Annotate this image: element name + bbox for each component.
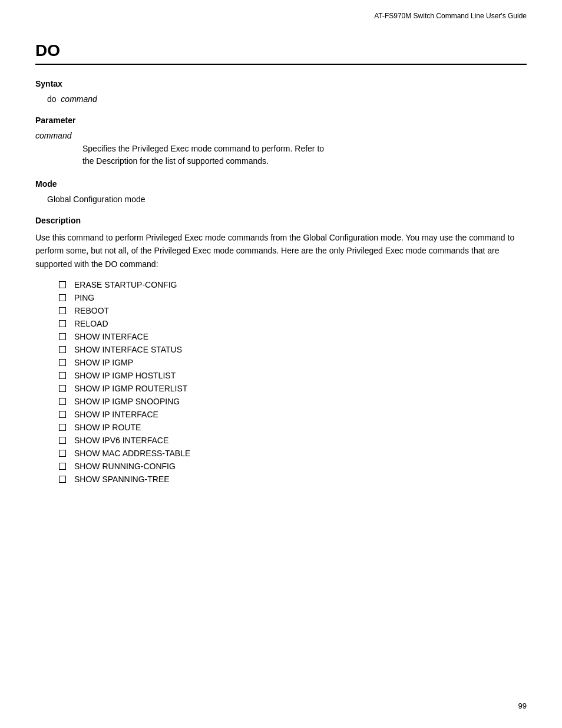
command-list: ERASE STARTUP-CONFIGPINGREBOOTRELOADSHOW…	[59, 280, 527, 484]
page-title-section: DO	[35, 41, 527, 65]
command-text: SHOW IP ROUTE	[74, 423, 141, 432]
command-text: SHOW INTERFACE STATUS	[74, 345, 182, 354]
list-bullet-icon	[59, 463, 66, 470]
command-text: SHOW IP IGMP HOSTLIST	[74, 371, 176, 380]
command-text: RELOAD	[74, 319, 108, 328]
list-item: SHOW INTERFACE	[59, 332, 527, 341]
list-bullet-icon	[59, 424, 66, 431]
list-bullet-icon	[59, 476, 66, 483]
command-text: SHOW RUNNING-CONFIG	[74, 462, 176, 471]
param-name: command	[35, 131, 527, 140]
list-item: SHOW IP IGMP	[59, 358, 527, 367]
syntax-command: command	[61, 94, 97, 104]
list-item: SHOW IP INTERFACE	[59, 410, 527, 419]
list-bullet-icon	[59, 281, 66, 288]
list-item: SHOW SPANNING-TREE	[59, 475, 527, 484]
list-item: SHOW MAC ADDRESS-TABLE	[59, 449, 527, 458]
list-bullet-icon	[59, 320, 66, 327]
syntax-heading: Syntax	[35, 79, 527, 88]
list-bullet-icon	[59, 359, 66, 366]
list-bullet-icon	[59, 450, 66, 457]
command-text: SHOW IP INTERFACE	[74, 410, 158, 419]
list-bullet-icon	[59, 411, 66, 418]
description-heading: Description	[35, 216, 527, 225]
syntax-prefix: do	[47, 94, 57, 104]
command-text: SHOW IP IGMP	[74, 358, 133, 367]
list-item: SHOW IP IGMP ROUTERLIST	[59, 384, 527, 393]
list-item: SHOW IP ROUTE	[59, 423, 527, 432]
list-bullet-icon	[59, 385, 66, 392]
command-text: SHOW MAC ADDRESS-TABLE	[74, 449, 190, 458]
command-text: PING	[74, 293, 94, 302]
header-title: AT-FS970M Switch Command Line User's Gui…	[374, 12, 527, 20]
parameter-heading: Parameter	[35, 116, 527, 125]
command-text: SHOW SPANNING-TREE	[74, 475, 170, 484]
param-description: Specifies the Privileged Exec mode comma…	[82, 143, 527, 167]
list-item: REBOOT	[59, 306, 527, 315]
page-container: AT-FS970M Switch Command Line User's Gui…	[0, 0, 562, 728]
list-item: RELOAD	[59, 319, 527, 328]
command-text: SHOW IP IGMP ROUTERLIST	[74, 384, 187, 393]
param-desc-line2: the Description for the list of supporte…	[82, 156, 269, 166]
list-bullet-icon	[59, 346, 66, 353]
mode-heading: Mode	[35, 179, 527, 189]
list-item: SHOW RUNNING-CONFIG	[59, 462, 527, 471]
list-bullet-icon	[59, 372, 66, 379]
title-rule	[35, 64, 527, 65]
command-text: SHOW INTERFACE	[74, 332, 148, 341]
page-number: 99	[518, 701, 527, 710]
description-body: Use this command to perform Privileged E…	[35, 231, 527, 271]
command-text: SHOW IP IGMP SNOOPING	[74, 397, 180, 406]
list-item: PING	[59, 293, 527, 302]
list-item: SHOW IP IGMP SNOOPING	[59, 397, 527, 406]
list-bullet-icon	[59, 437, 66, 444]
command-text: ERASE STARTUP-CONFIG	[74, 280, 177, 289]
list-item: SHOW IP IGMP HOSTLIST	[59, 371, 527, 380]
list-bullet-icon	[59, 294, 66, 301]
mode-value: Global Configuration mode	[47, 195, 527, 204]
list-bullet-icon	[59, 307, 66, 314]
syntax-line: do command	[47, 94, 527, 104]
list-bullet-icon	[59, 333, 66, 340]
page-title: DO	[35, 41, 527, 60]
command-text: SHOW IPV6 INTERFACE	[74, 436, 168, 445]
list-item: ERASE STARTUP-CONFIG	[59, 280, 527, 289]
param-desc-line1: Specifies the Privileged Exec mode comma…	[82, 144, 324, 153]
list-item: SHOW INTERFACE STATUS	[59, 345, 527, 354]
list-item: SHOW IPV6 INTERFACE	[59, 436, 527, 445]
list-bullet-icon	[59, 398, 66, 405]
command-text: REBOOT	[74, 306, 109, 315]
